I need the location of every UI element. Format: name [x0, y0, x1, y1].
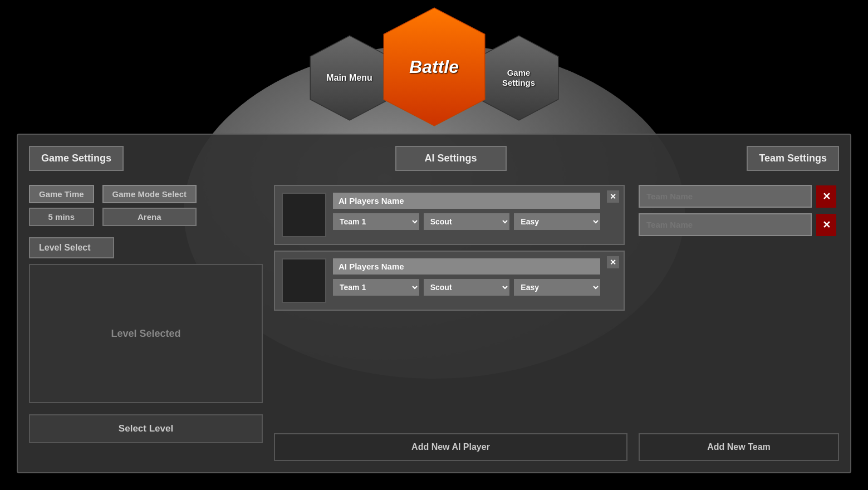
- select-level-button[interactable]: Select Level: [29, 414, 263, 443]
- game-settings-nav-label: Game Settings: [502, 68, 535, 88]
- ai-player-1-dropdowns: Team 1 Scout Easy: [333, 213, 600, 230]
- ai-settings-content: ✕ Team 1 Scout: [274, 185, 627, 461]
- level-select-label: Level Select: [29, 237, 114, 258]
- ai-player-1-name-input[interactable]: [333, 193, 600, 209]
- game-time-group: Game Time 5 mins: [29, 185, 94, 226]
- ai-player-2-avatar: [282, 258, 326, 303]
- team-1-remove-button[interactable]: ✕: [816, 185, 836, 208]
- team-2-name-input[interactable]: [639, 213, 812, 236]
- level-selected-text: Level Selected: [111, 328, 180, 340]
- ai-player-2-unit-dropdown[interactable]: Scout: [424, 279, 510, 296]
- team-2-remove-button[interactable]: ✕: [816, 214, 836, 236]
- game-settings-nav-button[interactable]: Game Settings: [477, 33, 561, 122]
- battle-button[interactable]: Battle: [381, 6, 487, 128]
- add-team-button[interactable]: Add New Team: [639, 433, 839, 461]
- main-content-panel: Game Settings Game Time 5 mins Game Mode…: [17, 134, 851, 473]
- level-select-section: Level Select Level Selected Select Level: [29, 237, 263, 461]
- ai-player-2-difficulty-dropdown[interactable]: Easy: [514, 279, 600, 296]
- ai-player-1-unit-dropdown[interactable]: Scout: [424, 213, 510, 230]
- team-settings-header[interactable]: Team Settings: [747, 146, 839, 171]
- ai-player-1-fields: Team 1 Scout Easy: [333, 193, 617, 230]
- ai-player-2-close-button[interactable]: ✕: [607, 256, 619, 268]
- team-2-row: ✕: [639, 213, 836, 236]
- add-ai-player-button[interactable]: Add New AI Player: [274, 433, 627, 461]
- team-settings-content: ✕ ✕ Add New Team: [639, 185, 839, 461]
- ai-player-1-difficulty-dropdown[interactable]: Easy: [514, 213, 600, 230]
- ai-player-card: ✕ Team 1 Scout: [274, 251, 625, 311]
- ai-settings-header[interactable]: AI Settings: [395, 146, 507, 171]
- ai-settings-column: AI Settings ✕ Team 1: [274, 146, 627, 461]
- team-1-name-input[interactable]: [639, 185, 812, 208]
- ai-player-2-fields: Team 1 Scout Easy: [333, 258, 617, 296]
- level-preview: Level Selected: [29, 264, 263, 403]
- team-1-row: ✕: [639, 185, 836, 208]
- game-mode-group: Game Mode Select Arena: [102, 185, 197, 226]
- main-menu-button[interactable]: Main Menu: [308, 33, 391, 122]
- ai-player-1-avatar: [282, 193, 326, 237]
- game-settings-column: Game Settings Game Time 5 mins Game Mode…: [29, 146, 263, 461]
- ai-player-2-name-input[interactable]: [333, 258, 600, 275]
- top-navigation: Main Menu Battle: [308, 6, 561, 122]
- game-settings-section: Game Time 5 mins Game Mode Select Arena: [29, 185, 263, 237]
- team-settings-column: Team Settings ✕ ✕ Add New Team: [639, 146, 839, 461]
- game-time-value[interactable]: 5 mins: [29, 208, 94, 226]
- battle-label: Battle: [409, 56, 459, 77]
- ai-player-1-team-dropdown[interactable]: Team 1: [333, 213, 419, 230]
- game-time-label: Game Time: [29, 185, 94, 203]
- ai-player-2-team-dropdown[interactable]: Team 1: [333, 279, 419, 296]
- ai-player-1-close-button[interactable]: ✕: [607, 190, 619, 203]
- team-list: ✕ ✕: [639, 185, 839, 428]
- ai-player-2-dropdowns: Team 1 Scout Easy: [333, 279, 600, 296]
- game-settings-header[interactable]: Game Settings: [29, 146, 124, 171]
- game-mode-label: Game Mode Select: [102, 185, 197, 203]
- ai-player-card: ✕ Team 1 Scout: [274, 185, 625, 245]
- game-mode-value[interactable]: Arena: [102, 208, 197, 226]
- ai-player-list: ✕ Team 1 Scout: [274, 185, 627, 425]
- main-menu-label: Main Menu: [326, 72, 372, 83]
